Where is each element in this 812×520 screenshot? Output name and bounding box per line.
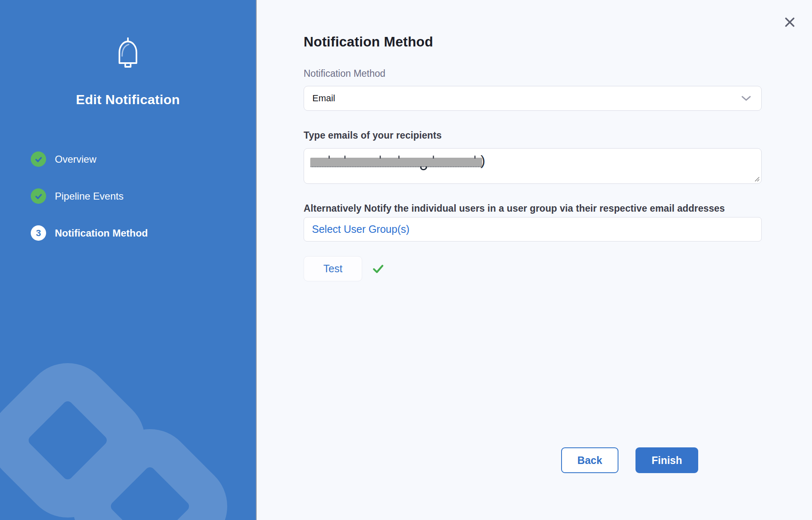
method-field-label: Notification Method [304,68,762,79]
usergroup-field-label: Alternatively Notify the individual user… [304,203,762,214]
page-title: Notification Method [304,34,762,50]
notification-method-value: Email [312,93,335,104]
step-number-badge: 3 [31,225,46,241]
step-pipeline-events[interactable]: Pipeline Events [31,188,148,204]
step-label: Pipeline Events [55,190,123,202]
step-label: Notification Method [55,227,148,239]
notification-method-panel: Notification Method Notification Method … [258,0,812,520]
wizard-footer: Back Finish [561,447,698,473]
check-icon [34,155,43,164]
edit-notification-dialog: Edit Notification Overview [0,0,812,520]
select-user-groups-label: Select User Group(s) [312,223,410,235]
finish-button[interactable]: Finish [635,447,698,473]
back-button[interactable]: Back [561,447,618,473]
step-overview[interactable]: Overview [31,151,148,167]
wizard-title: Edit Notification [0,92,256,107]
recipients-visible-fragment: ) [481,152,485,168]
step-notification-method[interactable]: 3 Notification Method [31,225,148,241]
test-row: Test [304,256,762,281]
step-label: Overview [55,154,96,165]
redacted-descender-mark [420,166,427,172]
check-icon [34,192,43,201]
close-icon [783,16,796,29]
select-user-groups-button[interactable]: Select User Group(s) [304,217,762,242]
chevron-down-icon [741,95,751,102]
step-done-badge [31,151,46,167]
recipients-field-label: Type emails of your recipients [304,130,762,141]
wizard-sidebar: Edit Notification Overview [0,0,257,520]
recipients-textarea[interactable]: ) [304,148,762,184]
redacted-email-value [310,158,482,167]
check-icon [372,262,385,275]
resize-handle-icon[interactable] [753,175,760,182]
bell-icon [114,37,142,71]
test-success-indicator [372,262,385,275]
step-done-badge [31,188,46,204]
test-button[interactable]: Test [304,256,362,281]
close-button[interactable] [781,13,798,31]
wizard-steps: Overview Pipeline Events 3 Notification … [31,151,148,262]
notification-method-select[interactable]: Email [304,86,762,111]
